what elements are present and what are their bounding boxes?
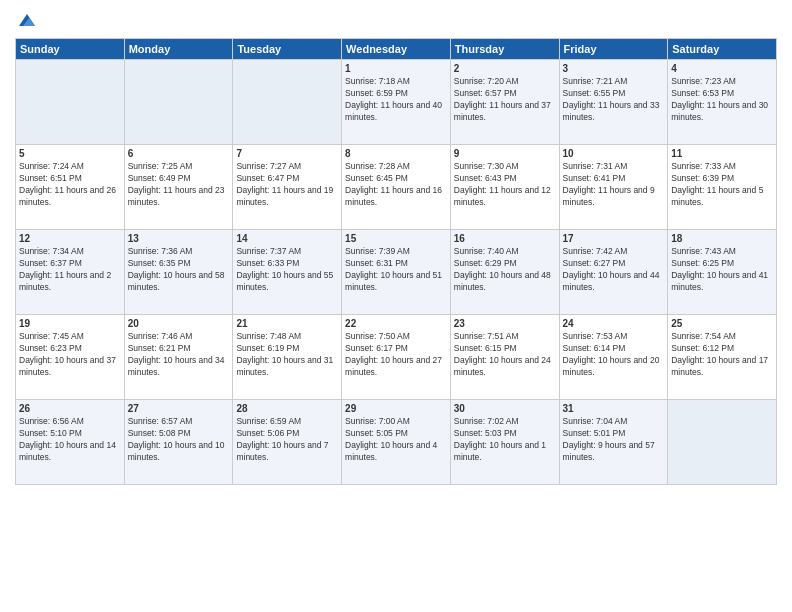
calendar-cell: 5Sunrise: 7:24 AMSunset: 6:51 PMDaylight… xyxy=(16,145,125,230)
calendar-cell: 27Sunrise: 6:57 AMSunset: 5:08 PMDayligh… xyxy=(124,400,233,485)
day-info: Sunrise: 7:20 AMSunset: 6:57 PMDaylight:… xyxy=(454,76,556,124)
calendar-cell: 16Sunrise: 7:40 AMSunset: 6:29 PMDayligh… xyxy=(450,230,559,315)
day-info: Sunrise: 7:42 AMSunset: 6:27 PMDaylight:… xyxy=(563,246,665,294)
day-number: 24 xyxy=(563,318,665,329)
day-info: Sunrise: 7:04 AMSunset: 5:01 PMDaylight:… xyxy=(563,416,665,464)
calendar-cell: 13Sunrise: 7:36 AMSunset: 6:35 PMDayligh… xyxy=(124,230,233,315)
day-info: Sunrise: 6:57 AMSunset: 5:08 PMDaylight:… xyxy=(128,416,230,464)
day-number: 11 xyxy=(671,148,773,159)
header xyxy=(15,10,777,30)
day-number: 29 xyxy=(345,403,447,414)
day-info: Sunrise: 7:28 AMSunset: 6:45 PMDaylight:… xyxy=(345,161,447,209)
day-number: 23 xyxy=(454,318,556,329)
day-info: Sunrise: 7:02 AMSunset: 5:03 PMDaylight:… xyxy=(454,416,556,464)
calendar-header-sunday: Sunday xyxy=(16,39,125,60)
calendar-cell: 24Sunrise: 7:53 AMSunset: 6:14 PMDayligh… xyxy=(559,315,668,400)
calendar-header-thursday: Thursday xyxy=(450,39,559,60)
day-number: 8 xyxy=(345,148,447,159)
day-number: 1 xyxy=(345,63,447,74)
logo-icon xyxy=(17,10,37,30)
day-info: Sunrise: 7:46 AMSunset: 6:21 PMDaylight:… xyxy=(128,331,230,379)
calendar-header-row: SundayMondayTuesdayWednesdayThursdayFrid… xyxy=(16,39,777,60)
logo xyxy=(15,10,37,30)
calendar-cell: 1Sunrise: 7:18 AMSunset: 6:59 PMDaylight… xyxy=(342,60,451,145)
calendar-cell: 6Sunrise: 7:25 AMSunset: 6:49 PMDaylight… xyxy=(124,145,233,230)
day-info: Sunrise: 7:54 AMSunset: 6:12 PMDaylight:… xyxy=(671,331,773,379)
day-info: Sunrise: 6:56 AMSunset: 5:10 PMDaylight:… xyxy=(19,416,121,464)
calendar-cell: 26Sunrise: 6:56 AMSunset: 5:10 PMDayligh… xyxy=(16,400,125,485)
day-number: 9 xyxy=(454,148,556,159)
calendar-cell: 9Sunrise: 7:30 AMSunset: 6:43 PMDaylight… xyxy=(450,145,559,230)
calendar-cell: 15Sunrise: 7:39 AMSunset: 6:31 PMDayligh… xyxy=(342,230,451,315)
calendar-week-5: 26Sunrise: 6:56 AMSunset: 5:10 PMDayligh… xyxy=(16,400,777,485)
day-number: 27 xyxy=(128,403,230,414)
calendar-cell: 23Sunrise: 7:51 AMSunset: 6:15 PMDayligh… xyxy=(450,315,559,400)
day-number: 6 xyxy=(128,148,230,159)
day-info: Sunrise: 7:51 AMSunset: 6:15 PMDaylight:… xyxy=(454,331,556,379)
day-info: Sunrise: 7:40 AMSunset: 6:29 PMDaylight:… xyxy=(454,246,556,294)
calendar-cell: 8Sunrise: 7:28 AMSunset: 6:45 PMDaylight… xyxy=(342,145,451,230)
calendar-week-2: 5Sunrise: 7:24 AMSunset: 6:51 PMDaylight… xyxy=(16,145,777,230)
day-info: Sunrise: 7:27 AMSunset: 6:47 PMDaylight:… xyxy=(236,161,338,209)
calendar-cell: 11Sunrise: 7:33 AMSunset: 6:39 PMDayligh… xyxy=(668,145,777,230)
calendar: SundayMondayTuesdayWednesdayThursdayFrid… xyxy=(15,38,777,485)
day-number: 17 xyxy=(563,233,665,244)
calendar-cell: 12Sunrise: 7:34 AMSunset: 6:37 PMDayligh… xyxy=(16,230,125,315)
day-number: 3 xyxy=(563,63,665,74)
day-info: Sunrise: 6:59 AMSunset: 5:06 PMDaylight:… xyxy=(236,416,338,464)
calendar-cell: 2Sunrise: 7:20 AMSunset: 6:57 PMDaylight… xyxy=(450,60,559,145)
day-number: 12 xyxy=(19,233,121,244)
calendar-cell xyxy=(16,60,125,145)
calendar-cell xyxy=(233,60,342,145)
calendar-cell: 10Sunrise: 7:31 AMSunset: 6:41 PMDayligh… xyxy=(559,145,668,230)
calendar-cell: 20Sunrise: 7:46 AMSunset: 6:21 PMDayligh… xyxy=(124,315,233,400)
calendar-cell: 4Sunrise: 7:23 AMSunset: 6:53 PMDaylight… xyxy=(668,60,777,145)
calendar-cell: 31Sunrise: 7:04 AMSunset: 5:01 PMDayligh… xyxy=(559,400,668,485)
calendar-cell: 25Sunrise: 7:54 AMSunset: 6:12 PMDayligh… xyxy=(668,315,777,400)
day-info: Sunrise: 7:24 AMSunset: 6:51 PMDaylight:… xyxy=(19,161,121,209)
calendar-header-wednesday: Wednesday xyxy=(342,39,451,60)
day-info: Sunrise: 7:25 AMSunset: 6:49 PMDaylight:… xyxy=(128,161,230,209)
day-number: 31 xyxy=(563,403,665,414)
day-number: 5 xyxy=(19,148,121,159)
day-number: 30 xyxy=(454,403,556,414)
day-number: 28 xyxy=(236,403,338,414)
day-info: Sunrise: 7:45 AMSunset: 6:23 PMDaylight:… xyxy=(19,331,121,379)
day-info: Sunrise: 7:33 AMSunset: 6:39 PMDaylight:… xyxy=(671,161,773,209)
day-info: Sunrise: 7:39 AMSunset: 6:31 PMDaylight:… xyxy=(345,246,447,294)
calendar-cell xyxy=(124,60,233,145)
day-number: 15 xyxy=(345,233,447,244)
day-info: Sunrise: 7:23 AMSunset: 6:53 PMDaylight:… xyxy=(671,76,773,124)
calendar-cell: 21Sunrise: 7:48 AMSunset: 6:19 PMDayligh… xyxy=(233,315,342,400)
day-number: 22 xyxy=(345,318,447,329)
calendar-cell: 3Sunrise: 7:21 AMSunset: 6:55 PMDaylight… xyxy=(559,60,668,145)
page: SundayMondayTuesdayWednesdayThursdayFrid… xyxy=(0,0,792,612)
calendar-cell: 18Sunrise: 7:43 AMSunset: 6:25 PMDayligh… xyxy=(668,230,777,315)
day-info: Sunrise: 7:18 AMSunset: 6:59 PMDaylight:… xyxy=(345,76,447,124)
day-number: 14 xyxy=(236,233,338,244)
calendar-cell: 17Sunrise: 7:42 AMSunset: 6:27 PMDayligh… xyxy=(559,230,668,315)
calendar-cell: 22Sunrise: 7:50 AMSunset: 6:17 PMDayligh… xyxy=(342,315,451,400)
day-number: 10 xyxy=(563,148,665,159)
day-info: Sunrise: 7:48 AMSunset: 6:19 PMDaylight:… xyxy=(236,331,338,379)
day-info: Sunrise: 7:43 AMSunset: 6:25 PMDaylight:… xyxy=(671,246,773,294)
day-number: 26 xyxy=(19,403,121,414)
day-number: 16 xyxy=(454,233,556,244)
day-info: Sunrise: 7:34 AMSunset: 6:37 PMDaylight:… xyxy=(19,246,121,294)
calendar-cell: 7Sunrise: 7:27 AMSunset: 6:47 PMDaylight… xyxy=(233,145,342,230)
calendar-header-monday: Monday xyxy=(124,39,233,60)
day-info: Sunrise: 7:21 AMSunset: 6:55 PMDaylight:… xyxy=(563,76,665,124)
calendar-cell: 29Sunrise: 7:00 AMSunset: 5:05 PMDayligh… xyxy=(342,400,451,485)
day-number: 25 xyxy=(671,318,773,329)
day-number: 13 xyxy=(128,233,230,244)
day-info: Sunrise: 7:37 AMSunset: 6:33 PMDaylight:… xyxy=(236,246,338,294)
day-info: Sunrise: 7:53 AMSunset: 6:14 PMDaylight:… xyxy=(563,331,665,379)
calendar-header-tuesday: Tuesday xyxy=(233,39,342,60)
day-number: 21 xyxy=(236,318,338,329)
day-info: Sunrise: 7:00 AMSunset: 5:05 PMDaylight:… xyxy=(345,416,447,464)
day-number: 18 xyxy=(671,233,773,244)
calendar-cell: 14Sunrise: 7:37 AMSunset: 6:33 PMDayligh… xyxy=(233,230,342,315)
calendar-header-friday: Friday xyxy=(559,39,668,60)
calendar-week-1: 1Sunrise: 7:18 AMSunset: 6:59 PMDaylight… xyxy=(16,60,777,145)
day-info: Sunrise: 7:31 AMSunset: 6:41 PMDaylight:… xyxy=(563,161,665,209)
